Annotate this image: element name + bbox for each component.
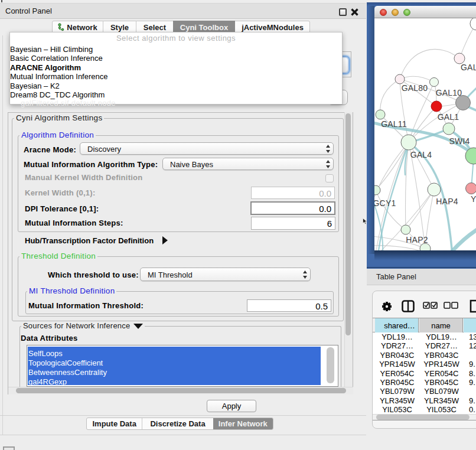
svg-text:GAL80: GAL80 <box>402 83 428 93</box>
svg-text:GCY1: GCY1 <box>374 198 396 208</box>
svg-text:GAL10: GAL10 <box>436 88 462 97</box>
svg-text:HAP4: HAP4 <box>436 197 458 206</box>
svg-text:HAP2: HAP2 <box>406 235 428 244</box>
svg-text:GAL4: GAL4 <box>410 150 432 159</box>
svg-text:GAL1: GAL1 <box>438 112 459 122</box>
svg-text:SWI4: SWI4 <box>449 136 470 146</box>
svg-text:GAL7: GAL7 <box>461 63 476 72</box>
svg-text:Y: Y <box>471 194 476 204</box>
svg-text:GAL11: GAL11 <box>381 119 407 129</box>
